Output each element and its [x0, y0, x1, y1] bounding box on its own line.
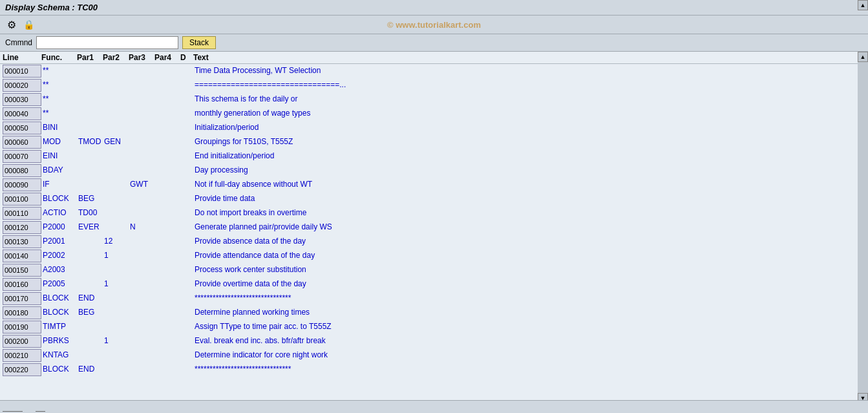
cell-par2 — [104, 65, 130, 78]
cell-par1 — [78, 349, 104, 362]
cell-par4 — [156, 79, 182, 92]
cell-par3 — [130, 193, 156, 206]
table-row[interactable]: 000030**This schema is for the daily or — [0, 92, 868, 107]
cell-par4 — [156, 221, 182, 234]
scroll-top-btn[interactable]: ▲ — [858, 52, 868, 62]
cell-par2 — [104, 93, 130, 106]
cell-d — [182, 278, 195, 291]
cell-line: 000200 — [3, 335, 41, 348]
cell-par2: GEN — [104, 136, 130, 149]
table-row[interactable]: 000080BDAYDay processing — [0, 164, 868, 178]
cell-par1 — [78, 107, 104, 120]
cell-text: ******************************** — [195, 363, 865, 376]
cell-line: 000190 — [3, 321, 41, 334]
cell-func: EINI — [43, 150, 78, 163]
cell-par3 — [130, 349, 156, 362]
cell-func: P2001 — [43, 235, 78, 248]
cell-par3 — [130, 292, 156, 305]
cell-par2 — [104, 264, 130, 277]
table-row[interactable]: 000020**================================… — [0, 78, 868, 92]
table-row[interactable]: 000040**monthly generation of wage types — [0, 107, 868, 121]
scroll-up-arrow[interactable]: ▲ — [858, 0, 868, 10]
table-row[interactable]: 000220BLOCKEND**************************… — [0, 363, 868, 377]
table-row[interactable]: 000010**Time Data Processing, WT Selecti… — [0, 64, 868, 78]
command-input[interactable] — [36, 36, 178, 49]
cell-line: 000020 — [3, 79, 41, 92]
cell-text: Generate planned pair/provide daily WS — [195, 221, 865, 234]
cell-text: Determine indicator for core night work — [195, 349, 865, 362]
cell-par3 — [130, 335, 156, 348]
col-header-par1: Par1 — [77, 53, 103, 62]
cell-d — [182, 249, 195, 262]
table-row[interactable]: 000110ACTIOTD00Do not import breaks in o… — [0, 206, 868, 220]
cell-par3 — [130, 264, 156, 277]
cell-par1 — [78, 335, 104, 348]
cell-text: Day processing — [195, 164, 865, 177]
cell-d — [182, 292, 195, 305]
table-row[interactable]: 000070EINIEnd initialization/period — [0, 149, 868, 164]
table-row[interactable]: 000140P20021Provide attendance data of t… — [0, 249, 868, 263]
stack-button[interactable]: Stack — [182, 36, 216, 49]
cell-text: Process work center substitution — [195, 264, 865, 277]
table-row[interactable]: 000160P20051Provide overtime data of the… — [0, 277, 868, 291]
cell-par1 — [78, 93, 104, 106]
col-header-par4: Par4 — [154, 53, 180, 62]
table-row[interactable]: 000130P200112Provide absence data of the… — [0, 235, 868, 249]
cell-func: BLOCK — [43, 306, 78, 319]
watermark: © www.tutorialkart.com — [387, 20, 481, 30]
cell-par4 — [156, 292, 182, 305]
cell-d — [182, 207, 195, 220]
tool-icon-1[interactable]: ⚙ — [5, 18, 18, 31]
cell-line: 000040 — [3, 107, 41, 120]
cell-par3 — [130, 93, 156, 106]
col-header-func: Func. — [41, 53, 77, 62]
scrollbar-right: ▲ ▼ — [858, 52, 868, 403]
col-header-text: Text — [193, 53, 865, 62]
cell-func: ** — [43, 65, 78, 78]
cell-par2 — [104, 363, 130, 376]
cell-func: BLOCK — [43, 363, 78, 376]
cell-par1: TMOD — [78, 136, 104, 149]
table-row[interactable]: 000200PBRKS1Eval. break end inc. abs. bf… — [0, 334, 868, 348]
cell-func: P2005 — [43, 278, 78, 291]
tool-icon-2[interactable]: 🔒 — [22, 18, 35, 31]
title-bar: Display Schema : TC00 — [0, 0, 868, 16]
toolbar: ⚙ 🔒 © www.tutorialkart.com — [0, 16, 868, 34]
cell-func: KNTAG — [43, 349, 78, 362]
cell-par3 — [130, 122, 156, 134]
cell-par4 — [156, 207, 182, 220]
cell-d — [182, 306, 195, 319]
cell-line: 000150 — [3, 264, 41, 277]
cell-par3 — [130, 306, 156, 319]
table-row[interactable]: 000210KNTAGDetermine indicator for core … — [0, 348, 868, 363]
table-row[interactable]: 000100BLOCKBEGProvide time data — [0, 192, 868, 206]
cell-par4 — [156, 136, 182, 149]
table-row[interactable]: 000050BINIInitialization/period — [0, 121, 868, 135]
bottom-bar — [0, 400, 868, 413]
cell-par3 — [130, 164, 156, 177]
cell-par4 — [156, 122, 182, 134]
table-row[interactable]: 000180BLOCKBEGDetermine planned working … — [0, 306, 868, 320]
cell-par1: BEG — [78, 193, 104, 206]
cell-par4 — [156, 107, 182, 120]
table-row[interactable]: 000170BLOCKEND**************************… — [0, 291, 868, 306]
cell-text: Determine planned working times — [195, 306, 865, 319]
cell-par2 — [104, 193, 130, 206]
table-row[interactable]: 000190TIMTPAssign TType to time pair acc… — [0, 320, 868, 334]
table-row[interactable]: 000150A2003Process work center substitut… — [0, 263, 868, 277]
table-row[interactable]: 000120P2000EVERNGenerate planned pair/pr… — [0, 220, 868, 235]
cell-par2 — [104, 79, 130, 92]
cell-par2: 1 — [104, 278, 130, 291]
cell-text: Assign TType to time pair acc. to T555Z — [195, 321, 865, 334]
bottom-item-1 — [3, 403, 23, 412]
cell-par4 — [156, 321, 182, 334]
cell-line: 000100 — [3, 193, 41, 206]
cell-par4 — [156, 164, 182, 177]
cell-d — [182, 349, 195, 362]
cell-d — [182, 235, 195, 248]
cell-par3 — [130, 235, 156, 248]
cell-par1: EVER — [78, 221, 104, 234]
table-row[interactable]: 000060MODTMODGENGroupings for T510S, T55… — [0, 135, 868, 149]
table-row[interactable]: 000090IFGWTNot if full-day absence witho… — [0, 178, 868, 192]
cell-par2 — [104, 150, 130, 163]
